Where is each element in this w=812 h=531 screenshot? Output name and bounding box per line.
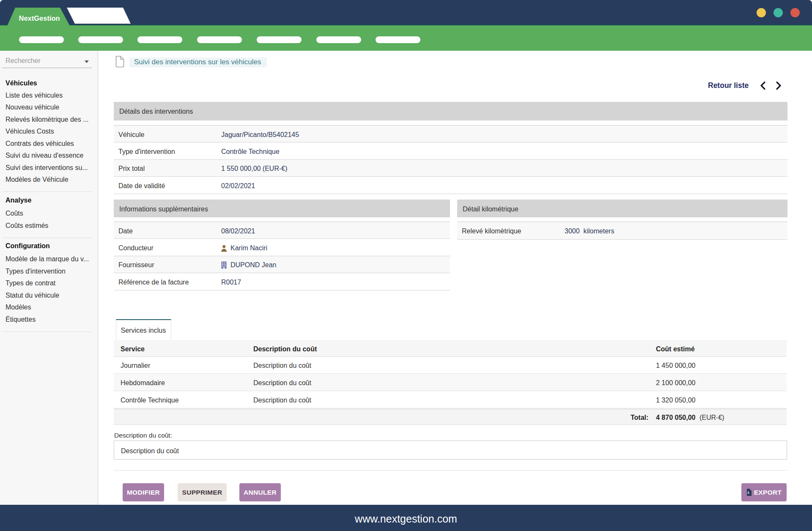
- svg-text:λ: λ: [747, 491, 749, 495]
